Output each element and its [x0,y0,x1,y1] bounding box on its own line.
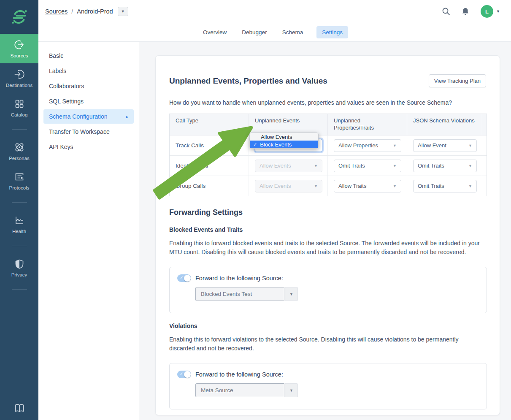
forward-source-label: Forward to the following Source: [195,371,283,378]
atom-icon [14,142,25,153]
sidebar-divider [12,289,27,290]
spacer-cell [482,176,493,196]
blocked-forward-toggle[interactable]: ✓ [177,274,191,282]
toggle-knob [184,371,191,378]
unplanned-events-cell: Allow Events▼ [249,156,328,176]
search-button[interactable] [442,7,450,16]
breadcrumb-separator: / [71,8,73,15]
dropdown-option-allow-events[interactable]: Allow Events [250,133,318,141]
notifications-button[interactable] [461,7,470,16]
caret-down-icon: ▼ [468,144,472,148]
violations-source-select[interactable]: Meta Source ▼ [195,383,479,397]
violations-source-value[interactable]: Meta Source [195,383,284,397]
sidebar-item-label: Privacy [11,272,27,277]
sidebar-item-health[interactable]: Health [0,209,38,239]
tab-settings[interactable]: Settings [316,26,348,38]
col-header-unplanned-events: Unplanned Events [249,114,328,135]
breadcrumb-current: Android-Prod [77,8,113,15]
table-header-row: Call Type Unplanned Events Unplanned Pro… [170,114,487,135]
page-description: How do you want to handle when unplanned… [169,99,486,106]
json-violations-select-track[interactable]: Allow Event▼ [413,139,477,152]
call-type-cell: Track Calls [170,135,249,155]
schema-defaults-table: Call Type Unplanned Events Unplanned Pro… [169,114,487,196]
subnav-item-transfer-to-workspace[interactable]: Transfer To Workspace [43,125,134,139]
unplanned-events-select-identify[interactable]: Allow Events▼ [255,160,322,172]
check-icon: ✓ [180,275,183,280]
sidebar-item-sources[interactable]: Sources [0,34,38,63]
tab-debugger[interactable]: Debugger [240,26,268,38]
subnav-item-schema-configuration[interactable]: Schema Configuration ▸ [43,109,134,124]
unplanned-events-select-group[interactable]: Allow Events▼ [255,180,322,192]
table-row: Group Calls Allow Events▼ Allow Traits▼ [170,176,487,196]
source-switcher-button[interactable]: ▼ [118,7,128,16]
grid-icon [14,98,25,109]
source-tabs: Overview Debugger Schema Settings [38,23,511,42]
caret-down-icon: ▼ [468,164,472,168]
blocked-source-value[interactable]: Blocked Events Test [195,287,284,301]
schema-configuration-card: Unplanned Events, Properties and Values … [155,55,500,415]
caret-down-icon[interactable]: ▼ [285,287,298,301]
user-menu[interactable]: L ▼ [481,5,500,18]
blocked-events-description: Enabling this to forward blocked events … [169,239,481,257]
blocked-forward-card: ✓ Forward to the following Source: Block… [169,267,487,313]
call-type-cell: Identify Calls [170,156,249,176]
col-header-json-violations: JSON Schema Violations [407,114,482,135]
tab-overview[interactable]: Overview [201,26,228,38]
segment-logo-icon [11,8,28,26]
violations-forward-card: ✓ Forward to the following Source: Meta … [169,363,487,409]
bell-icon [461,7,470,16]
json-violations-select-group[interactable]: Omit Traits▼ [413,180,477,192]
primary-sidebar: Sources Destinations Catalog Personas [0,0,38,420]
chart-icon [14,215,25,226]
unplanned-events-cell: Allow Events ✓ Block Events [249,135,328,155]
book-icon [14,403,25,415]
col-header-unplanned-properties: Unplanned Properties/Traits [328,114,407,135]
check-icon: ✓ [180,371,183,376]
unplanned-properties-select-identify[interactable]: Omit Traits▼ [334,160,401,172]
breadcrumb-sources-link[interactable]: Sources [45,8,68,15]
subnav-item-api-keys[interactable]: API Keys [43,140,134,154]
sidebar-item-catalog[interactable]: Catalog [0,93,38,122]
json-violations-cell: Omit Traits▼ [407,176,482,196]
document-icon [14,171,25,182]
spacer-cell [482,135,493,155]
call-type-cell: Group Calls [170,176,249,196]
unplanned-properties-cell: Omit Traits▼ [328,156,407,176]
subnav-item-sql-settings[interactable]: SQL Settings [43,94,134,108]
col-header-spacer [482,114,494,135]
page-title: Unplanned Events, Properties and Values [169,76,327,86]
violations-forward-toggle[interactable]: ✓ [177,371,191,378]
subnav-item-collaborators[interactable]: Collaborators [43,79,134,93]
sidebar-item-destinations[interactable]: Destinations [0,63,38,93]
top-header: Sources / Android-Prod ▼ L ▼ [38,0,511,23]
violations-subheading: Violations [169,322,486,329]
segment-logo[interactable] [0,0,38,34]
dropdown-option-block-events[interactable]: ✓ Block Events [250,141,318,148]
blocked-source-select[interactable]: Blocked Events Test ▼ [195,287,479,301]
sidebar-item-personas[interactable]: Personas [0,136,38,166]
unplanned-properties-select-group[interactable]: Allow Traits▼ [334,180,401,192]
tab-schema[interactable]: Schema [281,26,305,38]
subnav-item-basic[interactable]: Basic [43,49,134,63]
unplanned-properties-select-track[interactable]: Allow Properties▼ [334,139,401,152]
destination-enter-icon [14,69,25,80]
sidebar-item-docs[interactable] [0,401,38,417]
json-violations-cell: Allow Event▼ [407,135,482,155]
caret-down-icon[interactable]: ▼ [285,383,298,397]
shield-icon [14,258,25,269]
json-violations-select-identify[interactable]: Omit Traits▼ [413,160,477,172]
check-icon: ✓ [253,142,257,147]
caret-down-icon: ▼ [393,184,397,188]
sidebar-item-label: Personas [9,156,30,161]
sidebar-item-privacy[interactable]: Privacy [0,253,38,282]
view-tracking-plan-button[interactable]: View Tracking Plan [429,74,486,87]
caret-down-icon: ▼ [468,184,472,188]
search-icon [442,7,450,16]
sidebar-item-protocols[interactable]: Protocols [0,166,38,195]
blocked-events-subheading: Blocked Events and Traits [169,226,486,233]
subnav-item-labels[interactable]: Labels [43,64,134,78]
spacer-cell [482,156,493,176]
chevron-right-icon: ▸ [126,114,128,119]
source-exit-icon [14,39,25,50]
violations-description: Enabling this to forward violations to t… [169,335,481,353]
